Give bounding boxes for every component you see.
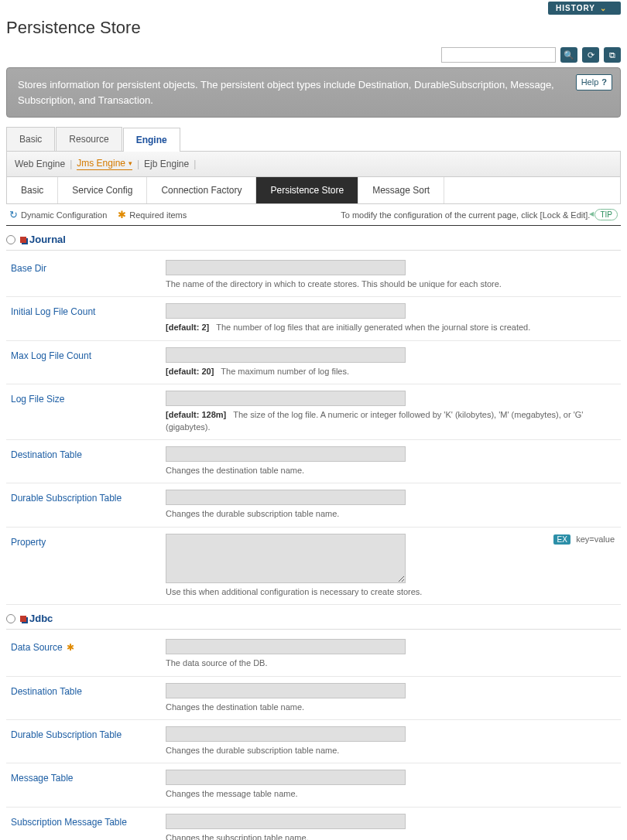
label-log-file-size: Log File Size	[6, 384, 161, 440]
label-journal-destination-table: Destination Table	[6, 439, 161, 483]
history-button[interactable]: HISTORY ⌄	[548, 2, 621, 15]
tab-lvl3-message-sort[interactable]: Message Sort	[358, 177, 444, 203]
input-jdbc-destination-table[interactable]	[166, 683, 406, 698]
tab-resource[interactable]: Resource	[56, 127, 122, 151]
label-max-log-file-count: Max Log File Count	[6, 340, 161, 384]
separator-icon: |	[70, 159, 72, 169]
label-base-dir: Base Dir	[6, 254, 161, 297]
radio-journal[interactable]	[6, 235, 15, 244]
desc-message-table: Changes the message table name.	[166, 788, 616, 800]
chevron-down-icon: ▾	[128, 159, 132, 167]
section-icon	[20, 616, 26, 622]
journal-form: Base Dir The name of the directory in wh…	[6, 254, 621, 605]
separator-icon: |	[194, 159, 196, 169]
input-max-log-file-count[interactable]	[166, 347, 406, 363]
top-bar: HISTORY ⌄	[0, 0, 627, 15]
ex-badge-icon: EX	[553, 534, 570, 545]
tip-text: To modify the configuration of the curre…	[341, 210, 590, 220]
desc-log-file-size: [default: 128m] The size of the log file…	[166, 409, 616, 433]
label-initial-log-file-count: Initial Log File Count	[6, 297, 161, 340]
desc-initial-log-file-count: [default: 2] The number of log files tha…	[166, 322, 616, 333]
search-row: 🔍 ⟳ ⧉	[0, 46, 627, 67]
radio-jdbc[interactable]	[6, 614, 15, 623]
tab-web-engine[interactable]: Web Engine	[15, 159, 65, 169]
dynamic-config-label: Dynamic Configuration	[21, 210, 107, 220]
ex-text: key=value	[576, 534, 615, 544]
section-icon	[20, 237, 26, 243]
input-jdbc-durable-subscription-table[interactable]	[166, 726, 406, 742]
example-hint: EX key=value	[415, 534, 616, 545]
help-button[interactable]: Help ?	[576, 74, 612, 90]
tabs-level1: Basic Resource Engine	[6, 127, 621, 152]
page-title: Persistence Store	[0, 15, 627, 46]
banner-text: Stores information for persistent object…	[18, 79, 554, 106]
required-star-icon: ✱	[67, 642, 74, 653]
required-star-icon: ✱	[118, 209, 126, 220]
label-data-source: Data Source ✱	[6, 633, 161, 676]
label-journal-durable-subscription-table: Durable Subscription Table	[6, 483, 161, 527]
label-jdbc-destination-table: Destination Table	[6, 676, 161, 719]
label-jdbc-durable-subscription-table: Durable Subscription Table	[6, 719, 161, 763]
history-label: HISTORY	[556, 4, 595, 12]
desc-base-dir: The name of the directory in which to cr…	[166, 278, 616, 290]
input-journal-destination-table[interactable]	[166, 446, 406, 462]
separator-icon: |	[137, 159, 139, 169]
section-head-journal[interactable]: Journal	[6, 234, 621, 251]
desc-property: Use this when additional configuration i…	[166, 586, 616, 598]
help-icon: ?	[601, 76, 607, 89]
section-title-jdbc: Jdbc	[29, 613, 53, 624]
required-items-label: Required items	[129, 210, 187, 220]
section-title-journal: Journal	[29, 234, 66, 245]
chevron-down-icon: ⌄	[600, 4, 607, 12]
jdbc-form: Data Source ✱ The data source of the DB.…	[6, 633, 621, 840]
tab-jms-engine-label: Jms Engine	[77, 158, 125, 169]
help-label: Help	[581, 76, 599, 89]
desc-journal-durable-subscription-table: Changes the durable subscription table n…	[166, 508, 616, 520]
input-journal-durable-subscription-table[interactable]	[166, 490, 406, 505]
label-message-table: Message Table	[6, 763, 161, 807]
description-banner: Stores information for persistent object…	[6, 67, 621, 118]
section-head-jdbc[interactable]: Jdbc	[6, 613, 621, 630]
legend-row: ↻ Dynamic Configuration ✱ Required items…	[6, 204, 621, 226]
input-base-dir[interactable]	[166, 260, 406, 275]
search-icon[interactable]: 🔍	[560, 47, 577, 63]
desc-max-log-file-count: [default: 20] The maximum number of log …	[166, 366, 616, 377]
tab-lvl3-service-config[interactable]: Service Config	[58, 177, 147, 203]
label-property: Property	[6, 527, 161, 604]
xml-icon[interactable]: ⧉	[604, 47, 621, 63]
label-subscription-message-table: Subscription Message Table	[6, 807, 161, 840]
tab-lvl3-persistence-store[interactable]: Persistence Store	[256, 177, 358, 203]
tip-badge: TIP	[594, 209, 618, 220]
tab-lvl3-basic[interactable]: Basic	[7, 177, 58, 203]
input-message-table[interactable]	[166, 770, 406, 785]
refresh-icon[interactable]: ⟳	[582, 47, 599, 63]
tab-ejb-engine[interactable]: Ejb Engine	[144, 159, 189, 169]
desc-journal-destination-table: Changes the destination table name.	[166, 465, 616, 476]
input-data-source[interactable]	[166, 639, 406, 654]
desc-data-source: The data source of the DB.	[166, 657, 616, 669]
input-log-file-size[interactable]	[166, 391, 406, 406]
tabs-level3: Basic Service Config Connection Factory …	[6, 177, 621, 204]
desc-jdbc-durable-subscription-table: Changes the durable subscription table n…	[166, 745, 616, 756]
input-subscription-message-table[interactable]	[166, 814, 406, 829]
input-initial-log-file-count[interactable]	[166, 303, 406, 319]
textarea-property[interactable]	[166, 534, 406, 583]
tab-engine[interactable]: Engine	[123, 128, 180, 152]
tab-lvl3-connection-factory[interactable]: Connection Factory	[147, 177, 256, 203]
tabs-level2: Web Engine | Jms Engine ▾ | Ejb Engine |	[6, 152, 621, 177]
search-input[interactable]	[441, 47, 556, 63]
desc-subscription-message-table: Changes the subscription table name.	[166, 832, 616, 840]
sync-icon: ↻	[9, 209, 18, 220]
tab-jms-engine[interactable]: Jms Engine ▾	[77, 158, 132, 170]
tab-basic[interactable]: Basic	[6, 127, 55, 151]
desc-jdbc-destination-table: Changes the destination table name.	[166, 702, 616, 713]
